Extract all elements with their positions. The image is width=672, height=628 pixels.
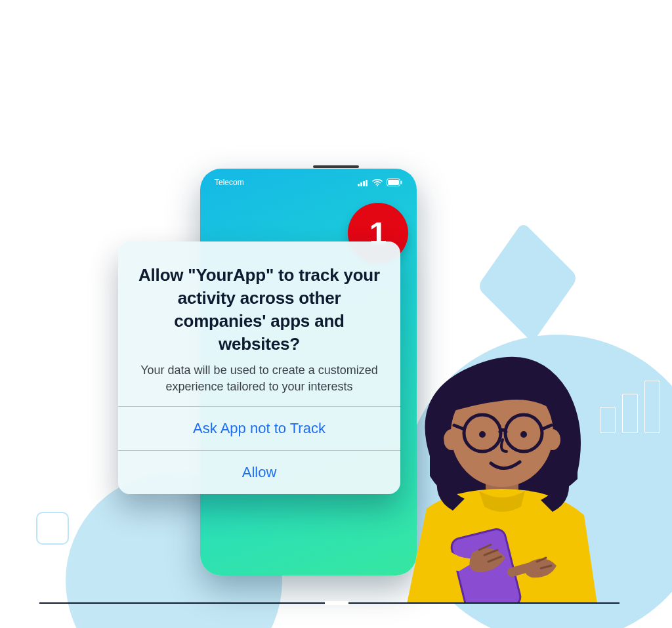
svg-rect-3	[366, 180, 368, 186]
svg-rect-6	[388, 180, 399, 185]
allow-tracking-button[interactable]: Allow	[118, 450, 400, 494]
svg-point-4	[377, 185, 378, 186]
dialog-message: Your data will be used to create a custo…	[135, 362, 383, 394]
wifi-icon	[372, 178, 383, 186]
svg-point-11	[545, 429, 560, 450]
dialog-content: Allow "YourApp" to track your activity a…	[118, 241, 400, 406]
svg-point-16	[479, 431, 486, 438]
svg-rect-1	[360, 182, 362, 186]
tracking-permission-dialog: Allow "YourApp" to track your activity a…	[118, 241, 400, 494]
ground-line-gap	[325, 601, 348, 605]
phone-notch	[313, 165, 359, 168]
decorative-square	[36, 512, 69, 545]
svg-rect-7	[401, 181, 402, 184]
status-icons	[358, 178, 402, 186]
phone-status-bar: Telecom	[200, 178, 417, 187]
svg-point-17	[520, 431, 527, 438]
person-illustration	[381, 341, 617, 604]
battery-icon	[387, 178, 402, 186]
carrier-label: Telecom	[215, 178, 244, 187]
svg-point-10	[444, 429, 459, 450]
deny-tracking-button[interactable]: Ask App not to Track	[118, 406, 400, 450]
svg-rect-0	[358, 184, 360, 186]
cellular-icon	[358, 179, 368, 186]
decorative-blob	[477, 222, 579, 343]
dialog-title: Allow "YourApp" to track your activity a…	[135, 264, 383, 356]
illustration-stage: Telecom 1 Allow "YourApp" to track your …	[0, 0, 672, 628]
svg-rect-2	[363, 181, 365, 186]
